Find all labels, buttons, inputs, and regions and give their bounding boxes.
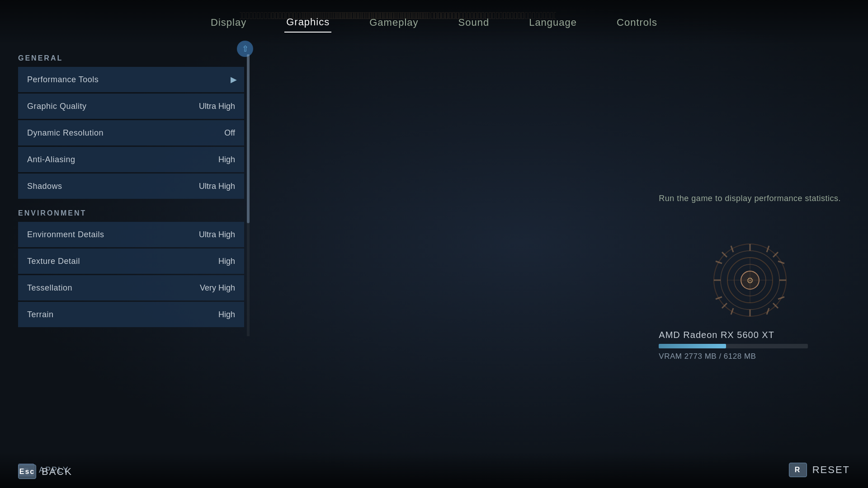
shadows-value: Ultra High	[172, 182, 244, 191]
nav-language[interactable]: Language	[527, 13, 579, 32]
reset-button[interactable]: R RESET	[789, 463, 850, 477]
texture-detail-value: High	[172, 257, 244, 266]
right-panel: Run the game to display performance stat…	[659, 194, 841, 361]
gpu-emblem: ⚙	[709, 239, 791, 321]
vram-bar-container	[659, 344, 808, 348]
anti-aliasing-label: Anti-Aliasing	[18, 155, 172, 164]
gpu-info: AMD Radeon RX 5600 XT VRAM 2773 MB / 612…	[659, 330, 841, 361]
general-section-label: GENERAL	[18, 54, 244, 62]
performance-tools-icon: ▶	[231, 75, 244, 84]
anti-aliasing-value: High	[172, 155, 244, 164]
performance-tools-label: Performance Tools	[18, 75, 231, 84]
environment-details-row[interactable]: Environment Details Ultra High	[18, 222, 244, 247]
tessellation-row[interactable]: Tessellation Very High	[18, 275, 244, 300]
top-navigation: Display Graphics Gameplay Sound Language…	[0, 0, 868, 45]
reset-label: RESET	[812, 464, 850, 476]
tessellation-value: Very High	[172, 283, 244, 293]
nav-gameplay[interactable]: Gameplay	[368, 13, 420, 32]
scrollbar[interactable]	[247, 54, 250, 336]
texture-detail-label: Texture Detail	[18, 257, 172, 266]
nav-graphics[interactable]: Graphics	[284, 13, 331, 33]
vram-bar	[659, 344, 726, 348]
graphic-quality-value: Ultra High	[172, 102, 244, 111]
environment-section-label: ENVIRONMENT	[18, 209, 244, 217]
nav-sound[interactable]: Sound	[457, 13, 491, 32]
dynamic-resolution-row[interactable]: Dynamic Resolution Off	[18, 120, 244, 145]
gpu-name: AMD Radeon RX 5600 XT	[659, 330, 841, 340]
anti-aliasing-row[interactable]: Anti-Aliasing High	[18, 147, 244, 172]
settings-panel: ⇧ GENERAL Performance Tools ▶ Graphic Qu…	[18, 54, 244, 336]
graphic-quality-label: Graphic Quality	[18, 102, 172, 111]
scroll-icon: ⇧	[237, 41, 253, 57]
terrain-row[interactable]: Terrain High	[18, 302, 244, 327]
dynamic-resolution-value: Off	[172, 128, 244, 138]
back-label: BACK	[42, 466, 72, 478]
performance-tools-row[interactable]: Performance Tools ▶	[18, 67, 244, 92]
environment-details-label: Environment Details	[18, 230, 172, 239]
performance-stats-text: Run the game to display performance stat…	[659, 194, 841, 203]
vram-text: VRAM 2773 MB / 6128 MB	[659, 352, 841, 361]
dynamic-resolution-label: Dynamic Resolution	[18, 128, 172, 138]
environment-settings-list: Environment Details Ultra High Texture D…	[18, 222, 244, 327]
shadows-row[interactable]: Shadows Ultra High	[18, 174, 244, 199]
back-button[interactable]: Esc BACK	[18, 465, 72, 479]
general-settings-list: Performance Tools ▶ Graphic Quality Ultr…	[18, 67, 244, 199]
back-key: Esc	[18, 465, 36, 479]
shadows-label: Shadows	[18, 182, 172, 191]
reset-key: R	[789, 463, 807, 477]
nav-controls[interactable]: Controls	[615, 13, 659, 32]
tessellation-label: Tessellation	[18, 283, 172, 293]
terrain-label: Terrain	[18, 310, 172, 319]
hieroglyphic-background: 𓂀𓃀𓄿𓅱𓆣𓇋𓈖𓉐𓊃𓋴𓌀𓍢𓎛𓏏𓐍𓃀𓄿𓅱𓆣𓇋𓈖𓉐𓊃𓋴𓌀𓍢𓎛𓏏𓐍𓂀𓃀𓄿𓅱𓆣 𓆣𓇋𓈖𓉐𓊃…	[240, 0, 556, 488]
environment-details-value: Ultra High	[172, 230, 244, 239]
scroll-thumb	[247, 54, 250, 223]
graphic-quality-row[interactable]: Graphic Quality Ultra High	[18, 94, 244, 119]
nav-display[interactable]: Display	[209, 13, 248, 32]
terrain-value: High	[172, 310, 244, 319]
texture-detail-row[interactable]: Texture Detail High	[18, 249, 244, 274]
bottom-bar: ▢ APPLY Esc BACK R RESET	[0, 452, 868, 488]
